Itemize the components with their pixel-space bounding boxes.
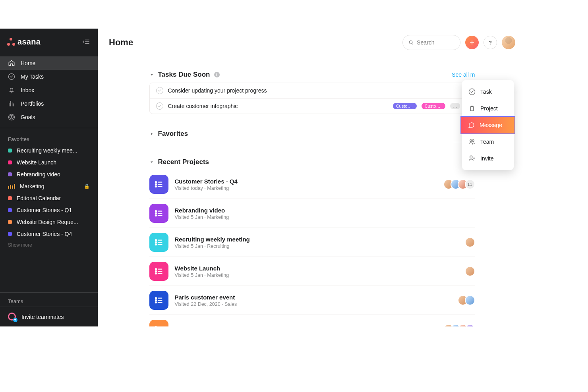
project-row[interactable]: Customer Stories - Q4Visited today · Mar… — [149, 170, 475, 199]
sidebar-item-mytasks[interactable]: My Tasks — [0, 70, 98, 83]
create-menu-item-task[interactable]: Task — [462, 83, 514, 100]
svg-point-4 — [155, 182, 156, 183]
project-meta: Visited today · Marketing — [175, 185, 437, 191]
project-color-dot — [8, 149, 12, 153]
project-members — [458, 295, 475, 305]
svg-point-18 — [155, 302, 156, 303]
inbox-icon — [8, 87, 15, 94]
sidebar-collapse-icon[interactable] — [83, 38, 91, 45]
favorite-item[interactable]: Marketing🔒 — [0, 180, 98, 192]
project-row[interactable]: Rebranding videoVisited 5 Jan · Marketin… — [149, 199, 475, 228]
project-members — [465, 266, 475, 276]
search-input[interactable] — [417, 39, 455, 46]
create-menu-popup: TaskProjectMessageTeamInvite — [462, 80, 514, 170]
svg-point-14 — [155, 270, 156, 272]
project-color-dot — [8, 172, 12, 176]
favorite-label: Website Design Reque... — [17, 219, 90, 225]
sidebar-item-goals[interactable]: Goals — [0, 110, 98, 124]
task-complete-checkbox[interactable] — [156, 102, 163, 110]
member-avatar[interactable] — [465, 324, 475, 326]
sidebar-item-portfolios[interactable]: Portfolios — [0, 97, 98, 110]
favorite-label: Customer Stories - Q4 — [17, 231, 90, 237]
member-overflow-count[interactable]: 11 — [465, 179, 475, 189]
task-row[interactable]: Consider updating your project progressT… — [150, 83, 475, 98]
favorite-item[interactable]: Editorial Calendar — [0, 192, 98, 204]
create-menu-item-message[interactable]: Message — [461, 117, 514, 133]
section-title: Recent Projects — [158, 158, 209, 166]
create-menu-item-invite[interactable]: Invite — [462, 150, 514, 167]
project-members — [465, 237, 475, 247]
favorite-item[interactable]: Rebranding video — [0, 168, 98, 180]
project-pill[interactable]: Custom... — [393, 103, 417, 109]
search-box[interactable] — [402, 35, 460, 50]
favorite-item[interactable]: Recruiting weekly mee... — [0, 145, 98, 156]
asana-logo[interactable]: asana — [7, 37, 41, 46]
search-icon — [408, 39, 414, 46]
project-icon — [149, 175, 168, 194]
brand-text: asana — [17, 37, 41, 46]
favorite-item[interactable]: Customer Stories - Q4 — [0, 228, 98, 240]
task-row[interactable]: Create customer infographicCustom...Cust… — [150, 98, 475, 114]
chevron-down-icon[interactable] — [149, 160, 154, 164]
project-color-dot — [8, 196, 12, 200]
project-name: Website Launch — [175, 265, 458, 272]
popup-label: Message — [480, 122, 502, 128]
create-new-button[interactable]: + — [465, 36, 479, 49]
project-icon — [468, 105, 476, 112]
project-row[interactable]: Website LaunchVisited 5 Jan · Marketing — [149, 257, 475, 286]
asana-logo-icon — [7, 38, 15, 46]
member-avatar[interactable] — [465, 266, 475, 276]
help-button[interactable]: ? — [484, 36, 497, 49]
create-menu-item-team[interactable]: Team — [462, 133, 514, 150]
svg-point-13 — [155, 268, 156, 270]
nav-label: Home — [21, 60, 35, 66]
invite-teammates-icon: + — [8, 313, 17, 321]
project-pill[interactable]: Custom... — [422, 103, 445, 109]
svg-point-10 — [155, 239, 156, 241]
goals-icon — [8, 114, 15, 121]
see-all-tasks-link[interactable]: See all m — [452, 71, 475, 78]
member-avatar[interactable] — [465, 237, 475, 247]
invite-teammates-button[interactable]: + Invite teammates — [0, 307, 98, 326]
project-icon — [149, 320, 168, 326]
chevron-right-icon[interactable] — [149, 131, 154, 136]
info-icon[interactable]: i — [214, 72, 220, 77]
nav-label: My Tasks — [21, 73, 44, 80]
favorite-item[interactable]: Website Design Reque... — [0, 216, 98, 228]
favorite-item[interactable]: Customer Stories - Q1 — [0, 204, 98, 216]
create-menu-item-project[interactable]: Project — [462, 100, 514, 117]
svg-point-17 — [155, 299, 156, 301]
favorite-label: Editorial Calendar — [17, 195, 90, 201]
svg-point-11 — [155, 241, 156, 243]
team-icon — [468, 138, 476, 145]
member-avatar[interactable] — [465, 295, 475, 305]
user-avatar[interactable] — [502, 36, 515, 49]
project-row[interactable]: Paris customer eventVisited 22 Dec, 2020… — [149, 286, 475, 315]
project-row[interactable]: Website Design Requests — [149, 315, 475, 326]
popup-label: Project — [480, 105, 498, 112]
project-row[interactable]: Recruiting weekly meetingVisited 5 Jan ·… — [149, 228, 475, 257]
sidebar-item-inbox[interactable]: Inbox — [0, 83, 98, 97]
task-list: Consider updating your project progressT… — [149, 83, 475, 114]
favorite-label: Customer Stories - Q1 — [17, 207, 90, 213]
project-pill[interactable]: ... — [450, 103, 460, 109]
bars-icon — [8, 184, 15, 189]
section-recent-projects: Recent Projects Customer Stories - Q4Vis… — [149, 158, 475, 326]
nav-label: Portfolios — [21, 100, 44, 107]
favorite-label: Website Launch — [17, 159, 90, 166]
favorite-item[interactable]: Website Launch — [0, 156, 98, 168]
sidebar-item-home[interactable]: Home — [0, 56, 98, 70]
project-color-dot — [8, 208, 12, 212]
popup-label: Team — [480, 139, 494, 145]
task-complete-checkbox[interactable] — [156, 87, 163, 94]
project-name: Recruiting weekly meeting — [175, 236, 458, 243]
svg-point-5 — [155, 183, 156, 185]
svg-point-0 — [409, 41, 412, 44]
mytasks-icon — [8, 73, 15, 80]
chevron-down-icon[interactable] — [149, 72, 154, 77]
project-color-dot — [8, 220, 12, 224]
project-meta: Visited 5 Jan · Marketing — [175, 272, 458, 278]
favorites-show-more[interactable]: Show more — [0, 240, 98, 250]
invite-teammates-label: Invite teammates — [21, 314, 64, 320]
section-title: Tasks Due Soon — [158, 71, 210, 79]
